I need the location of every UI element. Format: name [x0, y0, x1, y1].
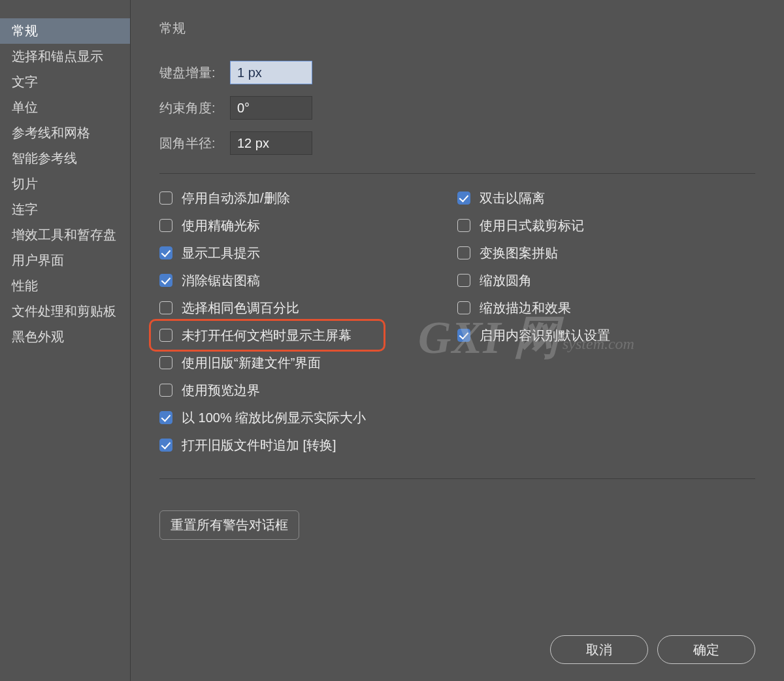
check-label: 使用预览边界: [182, 382, 260, 399]
check-label: 停用自动添加/删除: [182, 190, 290, 207]
row-corner-radius: 圆角半径:: [159, 131, 755, 155]
row-keyboard-increment: 键盘增量:: [159, 61, 755, 84]
check-row-right-4[interactable]: 缩放描边和效果: [457, 299, 755, 316]
check-row-left-4[interactable]: 选择相同色调百分比: [159, 299, 457, 316]
ok-button[interactable]: 确定: [657, 635, 755, 664]
check-row-left-9[interactable]: 打开旧版文件时追加 [转换]: [159, 437, 457, 454]
reset-warnings-button[interactable]: 重置所有警告对话框: [159, 510, 299, 540]
check-row-right-1[interactable]: 使用日式裁剪标记: [457, 217, 755, 234]
checkbox-icon[interactable]: [159, 301, 172, 314]
check-label: 打开旧版文件时追加 [转换]: [182, 437, 336, 454]
check-row-left-3[interactable]: 消除锯齿图稿: [159, 272, 457, 289]
checkbox-col-right: 双击以隔离使用日式裁剪标记变换图案拼贴缩放圆角缩放描边和效果启用内容识别默认设置: [457, 190, 755, 464]
check-label: 启用内容识别默认设置: [480, 327, 610, 344]
main-panel: 常规 键盘增量: 约束角度: 圆角半径: 停用自动添加/删除使用精确光标显示工具…: [131, 0, 784, 681]
divider: [159, 478, 755, 479]
check-label: 显示工具提示: [182, 244, 260, 261]
preferences-dialog: 常规选择和锚点显示文字单位参考线和网格智能参考线切片连字增效工具和暂存盘用户界面…: [0, 0, 784, 681]
sidebar-item-7[interactable]: 连字: [0, 197, 130, 222]
checkbox-icon[interactable]: [159, 439, 172, 452]
check-row-right-5[interactable]: 启用内容识别默认设置: [457, 327, 755, 344]
check-label: 选择相同色调百分比: [182, 299, 299, 316]
sidebar-item-6[interactable]: 切片: [0, 171, 130, 197]
label-corner-radius: 圆角半径:: [159, 135, 225, 152]
checkbox-icon[interactable]: [457, 219, 470, 232]
checkbox-icon[interactable]: [457, 246, 470, 259]
sidebar-item-1[interactable]: 选择和锚点显示: [0, 44, 130, 69]
input-constrain-angle[interactable]: [230, 96, 312, 120]
check-row-left-6[interactable]: 使用旧版“新建文件”界面: [159, 354, 457, 371]
sidebar-item-10[interactable]: 性能: [0, 273, 130, 299]
sidebar-item-0[interactable]: 常规: [0, 18, 130, 44]
row-constrain-angle: 约束角度:: [159, 96, 755, 120]
sidebar-item-2[interactable]: 文字: [0, 69, 130, 95]
label-constrain-angle: 约束角度:: [159, 99, 225, 117]
checkbox-icon[interactable]: [159, 219, 172, 232]
check-row-right-2[interactable]: 变换图案拼贴: [457, 244, 755, 261]
check-row-left-5[interactable]: 未打开任何文档时显示主屏幕: [159, 327, 457, 344]
text-fields: 键盘增量: 约束角度: 圆角半径:: [159, 61, 755, 155]
check-label: 使用日式裁剪标记: [480, 217, 584, 234]
checkbox-columns: 停用自动添加/删除使用精确光标显示工具提示消除锯齿图稿选择相同色调百分比未打开任…: [159, 190, 755, 464]
bottom-bar: 取消 确定: [550, 635, 755, 664]
check-row-left-0[interactable]: 停用自动添加/删除: [159, 190, 457, 207]
check-label: 使用精确光标: [182, 217, 260, 234]
checkbox-icon[interactable]: [159, 329, 172, 342]
cancel-button[interactable]: 取消: [550, 635, 648, 664]
checkbox-icon[interactable]: [159, 356, 172, 369]
checkbox-icon[interactable]: [159, 411, 172, 424]
checkbox-icon[interactable]: [159, 191, 172, 205]
checkbox-icon[interactable]: [457, 274, 470, 287]
sidebar-item-4[interactable]: 参考线和网格: [0, 120, 130, 146]
label-keyboard-increment: 键盘增量:: [159, 64, 225, 82]
divider: [159, 173, 755, 174]
check-row-right-3[interactable]: 缩放圆角: [457, 272, 755, 289]
checkbox-icon[interactable]: [159, 384, 172, 397]
check-row-left-8[interactable]: 以 100% 缩放比例显示实际大小: [159, 409, 457, 426]
check-label: 消除锯齿图稿: [182, 272, 260, 289]
check-row-left-1[interactable]: 使用精确光标: [159, 217, 457, 234]
sidebar-item-11[interactable]: 文件处理和剪贴板: [0, 299, 130, 324]
check-label: 双击以隔离: [480, 190, 545, 207]
check-label: 变换图案拼贴: [480, 244, 558, 261]
checkbox-icon[interactable]: [159, 246, 172, 259]
check-row-left-2[interactable]: 显示工具提示: [159, 244, 457, 261]
sidebar-item-12[interactable]: 黑色外观: [0, 324, 130, 350]
check-label: 使用旧版“新建文件”界面: [182, 354, 321, 371]
sidebar-item-5[interactable]: 智能参考线: [0, 146, 130, 171]
input-keyboard-increment[interactable]: [230, 61, 312, 84]
checkbox-icon[interactable]: [159, 274, 172, 287]
input-corner-radius[interactable]: [230, 131, 312, 155]
sidebar-item-3[interactable]: 单位: [0, 95, 130, 120]
check-label: 缩放圆角: [480, 272, 532, 289]
sidebar-item-8[interactable]: 增效工具和暂存盘: [0, 222, 130, 248]
check-label: 缩放描边和效果: [480, 299, 571, 316]
checkbox-col-left: 停用自动添加/删除使用精确光标显示工具提示消除锯齿图稿选择相同色调百分比未打开任…: [159, 190, 457, 464]
checkbox-icon[interactable]: [457, 191, 470, 205]
check-label: 未打开任何文档时显示主屏幕: [182, 327, 351, 344]
check-row-left-7[interactable]: 使用预览边界: [159, 382, 457, 399]
check-row-right-0[interactable]: 双击以隔离: [457, 190, 755, 207]
sidebar: 常规选择和锚点显示文字单位参考线和网格智能参考线切片连字增效工具和暂存盘用户界面…: [0, 0, 131, 681]
checkbox-icon[interactable]: [457, 329, 470, 342]
checkbox-icon[interactable]: [457, 301, 470, 314]
panel-title: 常规: [159, 20, 755, 37]
sidebar-item-9[interactable]: 用户界面: [0, 248, 130, 273]
check-label: 以 100% 缩放比例显示实际大小: [182, 409, 366, 426]
